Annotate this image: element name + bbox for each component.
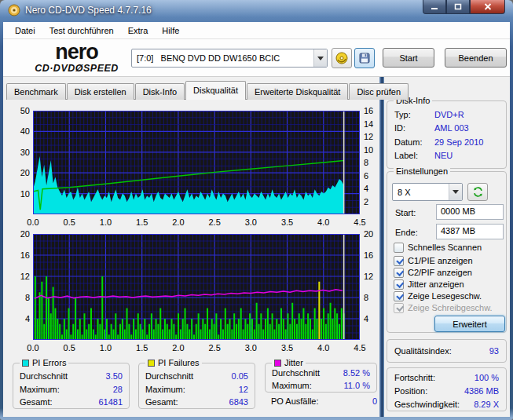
start-mb-input[interactable]: 0000 MB (436, 204, 504, 220)
menu-hilfe[interactable]: Hilfe (155, 24, 186, 38)
checkbox-label: C1/PIE anzeigen (408, 256, 473, 265)
toolbar: nero CD·DVDØSPEED [7:0] BENQ DVD DD DW16… (3, 39, 510, 77)
close-button[interactable] (470, 0, 505, 14)
caption-buttons (423, 0, 505, 14)
speed-select-arrow[interactable] (449, 184, 462, 200)
axis-tick-label: 10 (364, 145, 373, 155)
menu-extra[interactable]: Extra (121, 24, 156, 38)
axis-tick-label: 12 (8, 272, 30, 281)
maximize-button[interactable] (446, 0, 470, 14)
disk-label-value: NEU (434, 151, 453, 160)
start-mb-label: Start: (395, 208, 416, 217)
axis-tick-label: 6 (364, 171, 368, 181)
checkbox-zeige-lesegeschw-[interactable]: Zeige Lesegeschw. (394, 290, 482, 301)
menu-datei[interactable]: Datei (8, 24, 42, 38)
disk-id-value: AML 003 (434, 123, 469, 133)
tab-benchmark[interactable]: Benchmark (6, 83, 66, 100)
disc-tool-icon (335, 51, 349, 65)
axis-tick-label: 8 (364, 293, 368, 302)
checkbox-unchecked-icon[interactable] (394, 243, 404, 253)
nero-logo: nero CD·DVDØSPEED (24, 42, 130, 74)
cddvd-speed-logo-text: CD·DVDØSPEED (24, 64, 130, 74)
axis-tick-label: 14 (364, 119, 373, 129)
axis-tick-label: 4.5 (354, 343, 365, 352)
tab-diskqualit-t[interactable]: Diskqualität (185, 81, 246, 100)
axis-tick-label: 4.0 (317, 343, 329, 352)
axis-tick-label: 8 (8, 293, 30, 302)
drive-select-arrow[interactable] (313, 49, 327, 67)
axis-tick-label: 50 (8, 106, 30, 115)
pie-total-value: 61481 (98, 397, 123, 407)
drive-select[interactable]: [7:0] BENQ DVD DD DW1650 BCIC (131, 49, 328, 68)
pi-errors-panel-title: PI Errors (20, 358, 68, 367)
pif-total-label: Gesamt: (145, 397, 178, 407)
nero-logo-text: nero (24, 42, 130, 63)
tab-strip: BenchmarkDisk erstellenDisk-InfoDiskqual… (6, 81, 409, 100)
pie-max-value: 28 (113, 385, 123, 394)
settings-title: Einstellungen (394, 166, 450, 176)
position-label: Position: (394, 386, 427, 396)
axis-tick-label: 3.0 (245, 343, 257, 352)
quality-index-label: Qualitätsindex: (394, 346, 452, 356)
axis-tick-label: 4.0 (317, 217, 329, 227)
drive-select-value: [7:0] BENQ DVD DD DW1650 BCIC (132, 53, 313, 63)
axis-tick-label: 2.5 (208, 343, 220, 352)
speed-value: 8.29 X (474, 400, 499, 409)
checkbox-checked-icon[interactable] (394, 256, 404, 266)
position-value: 4386 MB (464, 386, 499, 396)
pif-total-value: 6843 (229, 397, 248, 407)
menu-bar: DateiTest durchführenExtraHilfe (3, 22, 510, 39)
axis-tick-label: 3.5 (281, 217, 293, 227)
axis-tick-label: 2.5 (208, 217, 220, 227)
app-disc-icon (8, 4, 20, 16)
tab-page: BenchmarkDisk erstellenDisk-InfoDiskqual… (3, 77, 510, 417)
tab-disc-pr-fen[interactable]: Disc prüfen (349, 83, 409, 100)
disk-id-label: ID: (394, 123, 405, 133)
axis-tick-label: 3.0 (245, 217, 257, 227)
checkbox-schnelles-scannen[interactable]: Schnelles Scannen (394, 242, 482, 253)
checkbox-checked-icon[interactable] (394, 279, 404, 290)
settings-panel: Einstellungen 8 X Start: 0000 MB Ende: (387, 171, 507, 333)
quit-button[interactable]: Beenden (445, 48, 507, 68)
axis-tick-label: 4 (364, 314, 368, 323)
axis-tick-label: 4 (8, 314, 30, 323)
tab-disk-erstellen[interactable]: Disk erstellen (67, 83, 134, 100)
tab-disk-info[interactable]: Disk-Info (135, 83, 185, 100)
checkbox-label: Zeige Lesegeschw. (408, 291, 482, 301)
po-failures-label: PO Ausfälle: (271, 396, 319, 406)
tab-erweiterte-diskqualit-t[interactable]: Erweiterte Diskqualität (247, 83, 348, 100)
axis-tick-label: 4.5 (354, 217, 365, 227)
pi-failures-chart (33, 234, 360, 340)
end-mb-input[interactable]: 4387 MB (436, 224, 504, 239)
checkbox-c2-pif-anzeigen[interactable]: C2/PIF anzeigen (394, 267, 472, 278)
axis-tick-label: 0.5 (64, 343, 75, 352)
checkbox-c1-pie-anzeigen[interactable]: C1/PIE anzeigen (394, 255, 473, 266)
axis-tick-label: 30 (8, 148, 30, 157)
checkbox-checked-icon[interactable] (394, 268, 404, 278)
pi-errors-panel: PI Errors Durchschnitt 3.50 Maximum: 28 … (13, 363, 130, 409)
pie-avg-label: Durchschnitt (20, 371, 68, 381)
axis-tick-label: 20 (8, 229, 30, 239)
pie-total-label: Gesamt: (20, 397, 53, 407)
close-icon (484, 3, 492, 10)
title-bar[interactable]: Nero CD-DVD Speed 4.7.7.16 (0, 0, 513, 22)
axis-tick-label: 2.0 (172, 217, 184, 227)
pif-avg-label: Durchschnitt (145, 371, 193, 381)
axis-tick-label: 1.0 (100, 343, 112, 352)
checkbox-jitter-anzeigen[interactable]: Jitter anzeigen (394, 279, 464, 290)
save-button[interactable] (354, 48, 375, 68)
refresh-button[interactable] (467, 183, 488, 201)
quit-button-label: Beenden (458, 53, 493, 63)
disk-label-label: Label: (394, 151, 418, 160)
menu-test-durchf-hren[interactable]: Test durchführen (42, 24, 121, 38)
start-button[interactable]: Start (383, 48, 434, 68)
advanced-button[interactable]: Erweitert (434, 316, 505, 332)
start-button-label: Start (399, 53, 417, 63)
axis-tick-label: 0.5 (64, 217, 75, 227)
checkbox-checked-icon[interactable] (394, 291, 404, 301)
speed-select[interactable]: 8 X (392, 183, 463, 201)
disc-tool-button[interactable] (332, 48, 352, 68)
axis-tick-label: 0.0 (27, 217, 38, 227)
minimize-button[interactable] (423, 0, 446, 14)
jitter-max-label: Maximum: (272, 381, 312, 390)
